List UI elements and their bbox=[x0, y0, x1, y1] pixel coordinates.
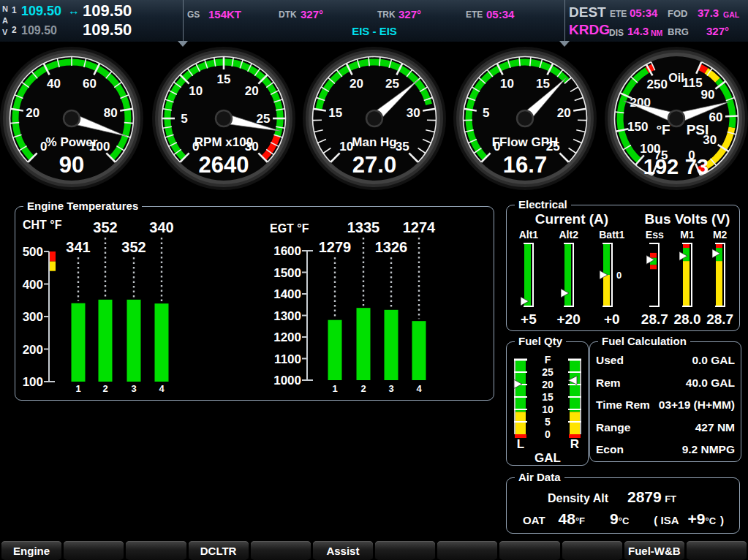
gauge-label: Alt2 bbox=[559, 228, 578, 241]
softkey-blank-7[interactable] bbox=[375, 541, 435, 560]
svg-text:1274: 1274 bbox=[403, 219, 436, 235]
gauge-oil-temp-pressure: 751001502002500306090115Oil°FPSI19273 bbox=[603, 45, 748, 192]
svg-text:3: 3 bbox=[131, 383, 136, 394]
topbar-divider bbox=[564, 0, 565, 42]
nav2-active-frequency: 109.50 bbox=[83, 20, 132, 39]
alt2-bar-gauge bbox=[561, 241, 577, 311]
vertical-gauge-svg bbox=[521, 241, 537, 309]
softkey-blank-8[interactable] bbox=[437, 541, 497, 560]
softkey-assist[interactable]: Assist bbox=[313, 541, 373, 560]
vertical-gauge-svg bbox=[561, 241, 577, 309]
softkey-engine[interactable]: Engine bbox=[1, 541, 61, 560]
eis-display-screen: N A V 1 2 109.50 ↔ 109.50 109.50 109.50 … bbox=[0, 0, 748, 560]
svg-text:25: 25 bbox=[257, 112, 271, 126]
svg-text:10: 10 bbox=[500, 77, 514, 91]
dial-svg: 051015202530RPM x1002640 bbox=[151, 45, 297, 192]
svg-text:L: L bbox=[516, 437, 524, 451]
gauge-value: 28.7 bbox=[641, 312, 668, 327]
svg-text:% Power: % Power bbox=[46, 135, 98, 149]
electrical-gauge-alt1: Alt1 +5 bbox=[519, 228, 538, 327]
svg-text:60: 60 bbox=[83, 77, 97, 91]
electrical-gauge-ess: Ess 28.7 bbox=[641, 228, 668, 327]
svg-text:15: 15 bbox=[542, 391, 554, 403]
isa-suffix: ) bbox=[720, 514, 724, 526]
vertical-gauge-svg bbox=[679, 241, 695, 309]
svg-text:90: 90 bbox=[59, 152, 84, 178]
svg-text:100: 100 bbox=[23, 375, 43, 389]
svg-text:4: 4 bbox=[159, 383, 165, 394]
oil-dial-svg: 751001502002500306090115Oil°FPSI19273 bbox=[603, 45, 748, 192]
svg-text:GAL: GAL bbox=[534, 451, 561, 465]
svg-text:20: 20 bbox=[542, 379, 554, 390]
svg-text:1300: 1300 bbox=[273, 309, 301, 323]
vertical-gauge-svg: 0 bbox=[600, 241, 624, 309]
range-row: Range 427 NM bbox=[596, 421, 735, 444]
gauge-fuel-flow: 0510152025FFlow GPH16.7 bbox=[452, 45, 598, 192]
gauge-label: M1 bbox=[680, 228, 694, 241]
svg-text:Oil: Oil bbox=[668, 72, 684, 84]
svg-text:1100: 1100 bbox=[274, 352, 301, 366]
engine-temperatures-chart: CHT °F1002003004005003411352235233404EGT… bbox=[15, 207, 493, 398]
svg-text:5: 5 bbox=[181, 112, 187, 126]
gauge-rpm: 051015202530RPM x1002640 bbox=[151, 45, 297, 192]
dtk-value: 327° bbox=[301, 8, 323, 20]
svg-text:16.7: 16.7 bbox=[503, 152, 547, 178]
svg-text:300: 300 bbox=[23, 310, 43, 324]
svg-text:200: 200 bbox=[23, 343, 43, 357]
row-label: Time Rem bbox=[596, 398, 650, 412]
nav2-index: 2 bbox=[12, 25, 17, 35]
vertical-gauge-svg bbox=[712, 241, 728, 309]
softkey-dcltr[interactable]: DCLTR bbox=[189, 541, 249, 560]
svg-text:250: 250 bbox=[647, 77, 668, 91]
top-status-bar: N A V 1 2 109.50 ↔ 109.50 109.50 109.50 … bbox=[0, 0, 748, 42]
row-label: Used bbox=[596, 354, 624, 367]
svg-text:PSI: PSI bbox=[687, 122, 709, 137]
fuel-qty-svg: F2520151050LRGAL bbox=[510, 351, 586, 465]
svg-text:192: 192 bbox=[643, 155, 679, 178]
row-value: 9.2 NMPG bbox=[682, 443, 735, 456]
gauge-manifold-pressure: 101520253035Man Hg27.0 bbox=[301, 45, 447, 192]
softkey-blank-10[interactable] bbox=[562, 541, 622, 560]
svg-text:352: 352 bbox=[93, 219, 117, 235]
density-alt-value: 2879 bbox=[627, 488, 662, 505]
bus-volts-group: Bus Volts (V) Ess 28.7 M1 28.0 M2 28.7 bbox=[638, 211, 736, 327]
softkey-blank-2[interactable] bbox=[64, 541, 124, 560]
softkey-fuel-wb[interactable]: Fuel-W&B bbox=[624, 541, 684, 560]
svg-text:EGT °F: EGT °F bbox=[270, 222, 309, 235]
fod-value: 37.3 bbox=[698, 7, 719, 19]
softkey-blank-12[interactable] bbox=[687, 541, 747, 560]
svg-text:1500: 1500 bbox=[273, 266, 301, 280]
svg-text:20: 20 bbox=[245, 84, 259, 98]
current-group: Current (A) Alt1 +5 Alt2 +20 Batt1 0 +0 bbox=[510, 211, 634, 327]
softkey-blank-9[interactable] bbox=[499, 541, 559, 560]
svg-text:1: 1 bbox=[75, 383, 80, 394]
svg-text:F: F bbox=[544, 354, 551, 366]
svg-text:20: 20 bbox=[557, 106, 571, 120]
svg-text:15: 15 bbox=[217, 72, 231, 86]
page-title: EIS - EIS bbox=[184, 25, 564, 37]
nav2-standby-frequency: 109.50 bbox=[21, 24, 57, 37]
gs-value: 154KT bbox=[208, 8, 241, 20]
svg-text:FFlow GPH: FFlow GPH bbox=[492, 135, 559, 149]
svg-text:2640: 2640 bbox=[199, 152, 249, 178]
nav1-standby-frequency: 109.50 bbox=[21, 4, 61, 19]
gauge-value: +5 bbox=[521, 312, 537, 327]
softkey-blank-3[interactable] bbox=[126, 541, 186, 560]
softkey-blank-5[interactable] bbox=[251, 541, 311, 560]
electrical-panel: Electrical Current (A) Alt1 +5 Alt2 +20 … bbox=[506, 205, 740, 331]
isa-value: +9 bbox=[688, 510, 706, 528]
svg-text:1000: 1000 bbox=[273, 374, 301, 387]
electrical-gauge-m1: M1 28.0 bbox=[673, 228, 700, 327]
svg-text:20: 20 bbox=[26, 106, 39, 120]
fod-label: FOD bbox=[668, 8, 687, 19]
svg-text:0: 0 bbox=[616, 270, 622, 281]
svg-text:73: 73 bbox=[685, 155, 709, 178]
gs-label: GS bbox=[187, 10, 200, 20]
gauge-label: Alt1 bbox=[519, 228, 538, 241]
svg-text:1335: 1335 bbox=[347, 219, 380, 235]
dis-label: DIS bbox=[609, 28, 624, 38]
isa-prefix: ( ISA bbox=[654, 514, 679, 526]
svg-text:1200: 1200 bbox=[273, 330, 301, 344]
svg-text:3: 3 bbox=[388, 383, 393, 394]
softkey-bar: Engine DCLTR Assist Fuel-W&B bbox=[0, 540, 748, 560]
